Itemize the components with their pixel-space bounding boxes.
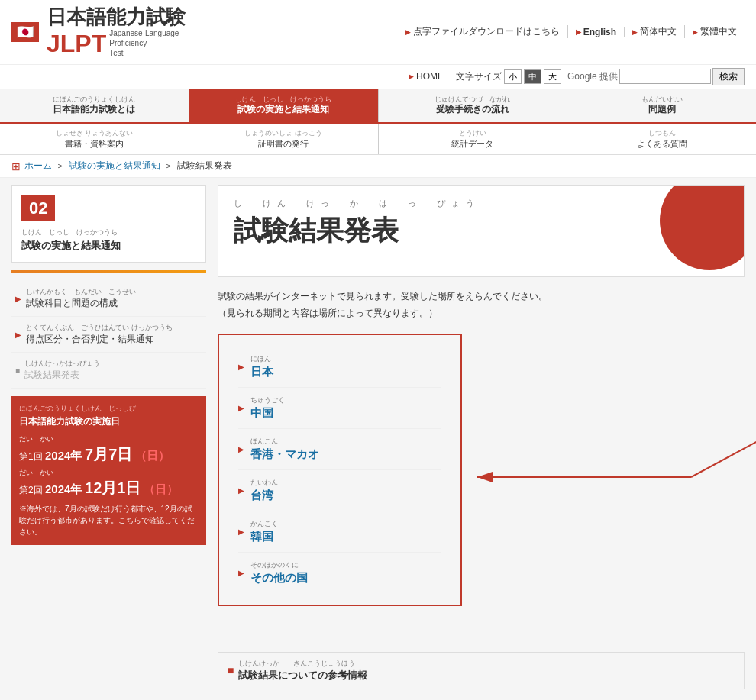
google-label: Google 提供	[567, 70, 618, 83]
sidebar-link-scoring[interactable]: ▶ とくてんくぶん ごうひはんてい けっかつうち 得点区分・合否判定・結果通知	[11, 317, 206, 353]
country-bullet-icon: ▶	[238, 363, 244, 371]
exam-date-title: 日本語能力試験の実施日	[19, 415, 199, 428]
arrow-annotation	[462, 454, 691, 500]
top-nav-chinese-simplified-label: 简体中文	[640, 25, 677, 38]
logo-flag: 🇯🇵	[11, 22, 39, 42]
bullet-icon: ▶	[693, 28, 698, 36]
country-japan-text: にほん 日本	[250, 354, 273, 379]
sidebar-link-bullet-icon: ■	[15, 366, 20, 375]
country-china-text: ちゅうごく 中国	[250, 395, 285, 421]
top-nav-english-label: English	[583, 27, 616, 37]
breadcrumb-current: 試験結果発表	[177, 160, 232, 173]
reference-section: ■ しけんけっか さんこうじょうほう 試験結果についての参考情報 ごうひけっかつ…	[218, 652, 745, 700]
search-button[interactable]: 検索	[712, 68, 745, 85]
country-hongkong[interactable]: ▶ ほんこん 香港・マカオ	[238, 429, 441, 470]
font-medium-button[interactable]: 中	[524, 69, 541, 84]
result-header-box: し けん けっ か は っ ぴょう 試験結果発表	[218, 185, 745, 277]
sub-nav: しょせき りょうあんない 書籍・資料案内 しょうめいしょ はっこう 証明書の発行…	[0, 124, 756, 155]
sidebar-title: 試験の実施と結果通知	[21, 239, 196, 253]
top-nav-chinese-traditional[interactable]: ▶ 繁體中文	[685, 25, 745, 38]
sidebar-link-scoring-text: とくてんくぶん ごうひはんてい けっかつうち 得点区分・合否判定・結果通知	[26, 323, 173, 346]
ref-title: 試験結果についての参考情報	[238, 669, 367, 681]
ref-title-ruby: しけんけっか さんこうじょうほう	[238, 659, 367, 669]
sidebar-link-subjects-text: しけんかもく もんだい こうせい 試験科目と問題の構成	[26, 287, 136, 310]
country-bullet-icon: ▶	[238, 445, 244, 453]
intro-line2: （見られる期間と内容は場所によって異なります。）	[218, 308, 438, 318]
exam-date-row1: だい かい 第1回 2024年 7月7日 （日）	[19, 434, 199, 465]
red-circle-decoration	[660, 185, 745, 270]
top-nav-braille[interactable]: ▶ 点字ファイルダウンロードはこちら	[398, 25, 568, 38]
logo-jlpt-group: JLPT Japanese-Language Proficiency Test	[47, 28, 186, 58]
sub-nav-faq[interactable]: しつもん よくある質問	[567, 124, 756, 154]
logo-text-group: 日本語能力試験 JLPT Japanese-Language Proficien…	[47, 6, 186, 58]
main-nav-example[interactable]: もんだいれい 問題例	[567, 89, 756, 123]
sidebar-title-ruby: しけん じっし けっかつうち	[21, 227, 196, 237]
second-nav: ▶ HOME 文字サイズ 小 中 大 Google 提供 検索	[0, 64, 756, 89]
font-small-button[interactable]: 小	[504, 69, 522, 84]
breadcrumb-icon: ⊞	[11, 160, 21, 173]
result-title: 試験結果発表	[234, 212, 729, 250]
country-bullet-icon: ▶	[238, 404, 244, 412]
ref-title-text: しけんけっか さんこうじょうほう 試験結果についての参考情報	[238, 659, 367, 682]
sidebar-link-results: ■ しけんけっかはっぴょう 試験結果発表	[11, 353, 206, 389]
main-content: し けん けっ か は っ ぴょう 試験結果発表 試験の結果がインターネットで見…	[218, 185, 745, 700]
sidebar-link-subjects[interactable]: ▶ しけんかもく もんだい こうせい 試験科目と問題の構成	[11, 281, 206, 317]
ref-title-bullet-icon: ■	[228, 664, 234, 676]
home-nav-item[interactable]: ▶ HOME	[402, 69, 450, 83]
top-nav: ▶ 点字ファイルダウンロードはこちら ▶ English ▶ 简体中文 ▶ 繁體…	[398, 25, 745, 38]
top-nav-english[interactable]: ▶ English	[568, 27, 625, 37]
ref-title-box: ■ しけんけっか さんこうじょうほう 試験結果についての参考情報	[218, 652, 745, 689]
country-korea[interactable]: ▶ かんこく 韓国	[238, 511, 441, 553]
font-large-button[interactable]: 大	[544, 69, 561, 84]
main-nav-about[interactable]: にほんごのうりょくしけん 日本語能力試験とは	[0, 89, 189, 123]
top-nav-chinese-traditional-label: 繁體中文	[700, 25, 737, 38]
breadcrumb-home[interactable]: ホーム	[24, 160, 52, 173]
header: 🇯🇵 日本語能力試験 JLPT Japanese-Language Profic…	[0, 0, 756, 89]
logo-kanji: 日本語能力試験	[47, 6, 186, 28]
font-size-area: 文字サイズ 小 中 大	[456, 69, 561, 84]
sub-nav-statistics[interactable]: とうけい 統計データ	[379, 124, 568, 154]
search-area: Google 提供 検索	[567, 68, 745, 85]
country-other[interactable]: ▶ そのほかのくに その他の国	[238, 553, 441, 593]
sub-nav-certificate[interactable]: しょうめいしょ はっこう 証明書の発行	[189, 124, 379, 154]
content: 02 しけん じっし けっかつうち 試験の実施と結果通知 ▶ しけんかもく もん…	[0, 178, 756, 700]
bullet-icon: ▶	[405, 28, 411, 36]
result-title-ruby: し けん けっ か は っ ぴょう	[234, 198, 729, 209]
sidebar-link-bullet-icon: ▶	[15, 295, 21, 303]
sidebar-link-results-text: しけんけっかはっぴょう 試験結果発表	[24, 359, 100, 382]
font-size-label: 文字サイズ	[456, 70, 502, 83]
sidebar: 02 しけん じっし けっかつうち 試験の実施と結果通知 ▶ しけんかもく もん…	[11, 185, 206, 700]
exam-date-box: にほんごのうりょくしけん じっしび 日本語能力試験の実施日 だい かい 第1回 …	[11, 396, 206, 545]
search-input[interactable]	[619, 69, 711, 84]
top-nav-chinese-simplified[interactable]: ▶ 简体中文	[625, 25, 685, 38]
country-hongkong-text: ほんこん 香港・マカオ	[250, 437, 319, 462]
intro-text: 試験の結果がインターネットで見られます。受験した場所をえらんでください。 （見ら…	[218, 289, 745, 321]
sidebar-orange-bar	[11, 270, 206, 273]
sub-nav-books[interactable]: しょせき りょうあんない 書籍・資料案内	[0, 124, 189, 154]
country-bullet-icon: ▶	[238, 527, 244, 536]
logo-area: 🇯🇵 日本語能力試験 JLPT Japanese-Language Profic…	[11, 6, 186, 58]
sidebar-link-bullet-icon: ▶	[15, 331, 21, 339]
country-box: ▶ にほん 日本 ▶ ちゅうごく 中国 ▶ ほんこん	[218, 334, 462, 606]
home-label: HOME	[416, 71, 444, 82]
flag-icon: 🇯🇵	[17, 24, 34, 40]
country-bullet-icon: ▶	[238, 486, 244, 495]
country-japan[interactable]: ▶ にほん 日本	[238, 347, 441, 388]
home-bullet-icon: ▶	[409, 73, 414, 80]
top-nav-braille-label: 点字ファイルダウンロードはこちら	[413, 25, 560, 38]
sidebar-number-box: 02 しけん じっし けっかつうち 試験の実施と結果通知	[11, 185, 206, 263]
bullet-icon: ▶	[576, 28, 581, 36]
intro-line1: 試験の結果がインターネットで見られます。受験した場所をえらんでください。	[218, 291, 548, 302]
exam-date-title-ruby: にほんごのうりょくしけん じっしび	[19, 404, 199, 414]
svg-line-2	[691, 424, 756, 477]
exam-date-row2: だい かい 第2回 2024年 12月1日 （日）	[19, 468, 199, 498]
breadcrumb-sep1: ＞	[56, 160, 65, 173]
breadcrumb-nav1[interactable]: 試験の実施と結果通知	[69, 160, 160, 173]
country-china[interactable]: ▶ ちゅうごく 中国	[238, 388, 441, 429]
main-nav-procedure[interactable]: じゅけんてつづ ながれ 受験手続きの流れ	[379, 89, 568, 123]
main-nav-exam[interactable]: しけん じっし けっかつうち 試験の実施と結果通知	[189, 89, 379, 123]
sidebar-number: 02	[21, 195, 55, 221]
header-top: 🇯🇵 日本語能力試験 JLPT Japanese-Language Profic…	[0, 0, 756, 64]
country-taiwan[interactable]: ▶ たいわん 台湾	[238, 470, 441, 511]
main-nav: にほんごのうりょくしけん 日本語能力試験とは しけん じっし けっかつうち 試験…	[0, 89, 756, 124]
